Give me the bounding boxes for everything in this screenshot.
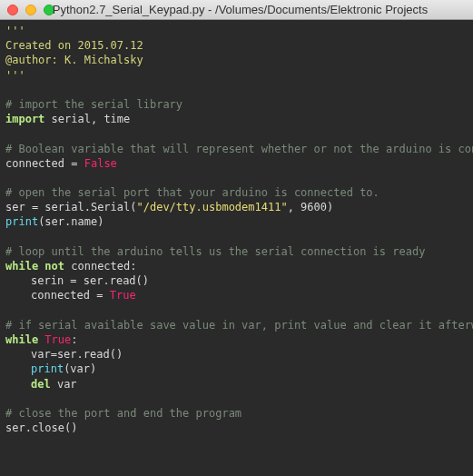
docstring: ''' [5, 69, 25, 82]
code-text: var=ser.read() [31, 348, 123, 361]
code-text: serin = ser.read() [31, 274, 149, 287]
const-true: True [110, 289, 136, 302]
code-text: serial, time [44, 113, 130, 125]
code-text: , 9600) [288, 201, 334, 213]
comment: # close the port and end the program [5, 407, 241, 420]
code-text: (ser.name) [38, 215, 103, 228]
code-text: : [71, 333, 77, 346]
code-text: connected [5, 157, 71, 170]
const-true: True [44, 333, 71, 346]
keyword-while: while [5, 260, 38, 273]
comment: # import the serial library [5, 98, 182, 111]
window-titlebar: Python2.7_Serial_Keypad.py - /Volumes/Do… [0, 0, 473, 20]
window-title: Python2.7_Serial_Keypad.py - /Volumes/Do… [15, 3, 466, 16]
comment: # loop until the arduino tells us the se… [5, 245, 425, 258]
builtin-print: print [5, 215, 38, 228]
keyword-del: del [31, 378, 51, 391]
code-text: connected [31, 289, 96, 302]
docstring: ''' [5, 25, 25, 37]
operator: = [71, 157, 84, 170]
keyword-not: not [38, 260, 71, 273]
code-editor[interactable]: ''' Created on 2015.07.12 @author: K. Mi… [0, 20, 473, 439]
builtin-print: print [31, 362, 64, 375]
comment: # open the serial port that your arduino… [5, 186, 379, 199]
keyword-while: while [5, 333, 38, 346]
operator: = [96, 289, 109, 302]
docstring-line: @author: K. Michalsky [5, 54, 143, 66]
comment: # if serial available save value in var,… [5, 319, 473, 332]
keyword-import: import [5, 113, 44, 125]
const-false: False [84, 157, 117, 170]
code-text: connected: [71, 260, 136, 273]
string-literal: "/dev/tty.usbmodem1411" [137, 201, 288, 213]
code-text: ser.close() [5, 421, 77, 434]
code-text: ser = serial.Serial( [5, 201, 137, 213]
comment: # Boolean variable that will represent w… [5, 143, 473, 155]
code-text: var [51, 378, 77, 391]
code-text: (var) [64, 362, 96, 375]
docstring-line: Created on 2015.07.12 [5, 39, 143, 52]
